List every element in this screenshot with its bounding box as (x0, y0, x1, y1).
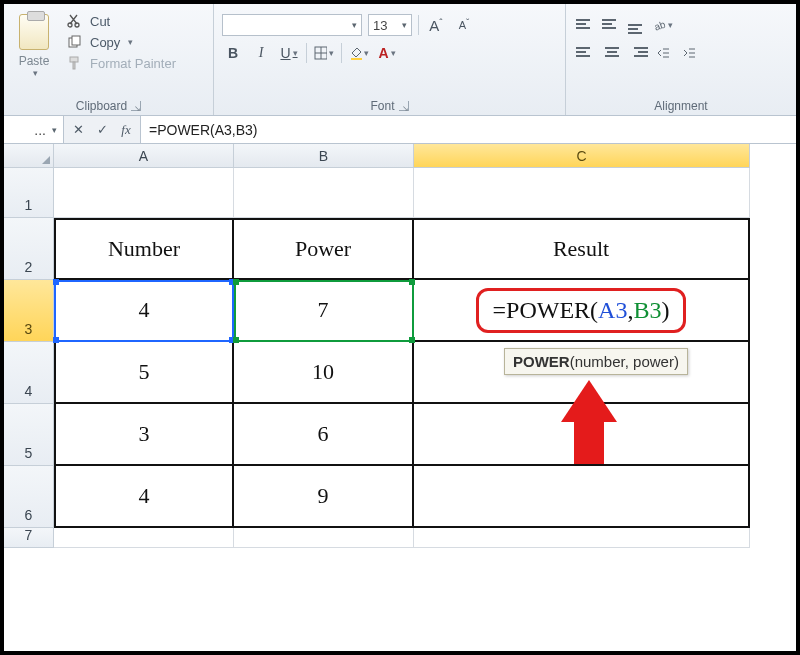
row-header-2[interactable]: 2 (4, 218, 54, 280)
font-color-button[interactable]: A ▾ (376, 42, 398, 64)
column-header-C[interactable]: C (414, 144, 750, 168)
cell-B3[interactable]: 7 (234, 280, 414, 342)
font-color-icon: A (378, 45, 388, 61)
grow-font-button[interactable]: Aˆ (425, 14, 447, 36)
format-painter-button[interactable]: Format Painter (62, 54, 180, 72)
cancel-formula-button[interactable]: ✕ (70, 122, 86, 138)
chevron-down-icon: ▾ (668, 20, 673, 30)
cell-B6[interactable]: 9 (234, 466, 414, 528)
row-3: 3 4 7 =POWER(A3,B3) (4, 280, 796, 342)
ribbon-group-alignment: ab ▾ Alignment (566, 4, 796, 115)
cell-B2[interactable]: Power (234, 218, 414, 280)
row-header-7[interactable]: 7 (4, 528, 54, 548)
cell-B1[interactable] (234, 168, 414, 218)
align-left-button[interactable] (574, 42, 596, 62)
cell-C1[interactable] (414, 168, 750, 218)
divider (418, 15, 419, 35)
ribbon-group-font: ▾ 13 ▾ Aˆ Aˇ B I U▾ (214, 4, 566, 115)
cell-A1[interactable] (54, 168, 234, 218)
formula-ref1: A3 (598, 297, 627, 323)
check-icon: ✓ (97, 122, 108, 137)
cell-B7[interactable] (234, 528, 414, 548)
underline-button[interactable]: U▾ (278, 42, 300, 64)
underline-label: U (280, 45, 290, 61)
formula-suffix: ) (661, 297, 669, 323)
name-box[interactable]: ... ▾ (4, 116, 64, 143)
arrow-head-icon (561, 380, 617, 422)
dialog-launcher-icon[interactable] (399, 101, 409, 111)
decrease-indent-button[interactable] (652, 42, 674, 64)
chevron-down-icon: ▾ (352, 20, 357, 30)
row-header-5[interactable]: 5 (4, 404, 54, 466)
select-all-corner[interactable] (4, 144, 54, 168)
cell-B4[interactable]: 10 (234, 342, 414, 404)
cell-A5[interactable]: 3 (54, 404, 234, 466)
italic-button[interactable]: I (250, 42, 272, 64)
cell-A2[interactable]: Number (54, 218, 234, 280)
arrow-stem (574, 420, 604, 464)
bold-button[interactable]: B (222, 42, 244, 64)
fill-color-button[interactable]: ▾ (348, 42, 370, 64)
spreadsheet-grid[interactable]: A B C 1 2 Number Power Result 3 4 7 =POW… (4, 144, 796, 651)
shrink-font-icon: A (459, 19, 466, 31)
formula-bar: ... ▾ ✕ ✓ fx =POWER(A3,B3) (4, 116, 796, 144)
increase-indent-button[interactable] (678, 42, 700, 64)
cell-C3[interactable]: =POWER(A3,B3) (414, 280, 750, 342)
cell-C2[interactable]: Result (414, 218, 750, 280)
align-middle-button[interactable] (600, 14, 622, 34)
align-right-button[interactable] (626, 42, 648, 62)
paste-button[interactable]: Paste ▾ (12, 8, 56, 97)
shrink-font-button[interactable]: Aˇ (453, 14, 475, 36)
align-center-button[interactable] (600, 42, 622, 62)
enter-formula-button[interactable]: ✓ (94, 122, 110, 138)
formula-text: =POWER(A3,B3) (149, 122, 258, 138)
row-header-3[interactable]: 3 (4, 280, 54, 342)
cell-A7[interactable] (54, 528, 234, 548)
row-header-4[interactable]: 4 (4, 342, 54, 404)
cell-B5[interactable]: 6 (234, 404, 414, 466)
borders-icon (314, 46, 327, 60)
down-caret-icon: ˇ (466, 18, 469, 29)
copy-button[interactable]: Copy ▾ (62, 33, 180, 51)
chevron-down-icon: ▾ (402, 20, 407, 30)
dialog-launcher-icon[interactable] (131, 101, 141, 111)
cell-C6[interactable] (414, 466, 750, 528)
cell-formula-display: =POWER(A3,B3) (476, 288, 687, 333)
svg-rect-4 (70, 57, 78, 62)
column-header-B[interactable]: B (234, 144, 414, 168)
group-label-font: Font (370, 99, 394, 113)
ribbon-group-clipboard: Paste ▾ Cut Copy ▾ (4, 4, 214, 115)
chevron-down-icon: ▾ (391, 48, 396, 58)
svg-text:ab: ab (653, 18, 666, 32)
x-icon: ✕ (73, 122, 84, 137)
cell-A3[interactable]: 4 (54, 280, 234, 342)
row-header-1[interactable]: 1 (4, 168, 54, 218)
group-label-alignment: Alignment (654, 99, 707, 113)
align-bottom-button[interactable] (626, 14, 648, 34)
insert-function-button[interactable]: fx (118, 122, 134, 138)
orientation-icon: ab (653, 18, 666, 32)
font-name-combo[interactable]: ▾ (222, 14, 362, 36)
align-top-button[interactable] (574, 14, 596, 34)
font-size-combo[interactable]: 13 ▾ (368, 14, 412, 36)
scissors-icon (66, 13, 84, 29)
chevron-down-icon: ▾ (128, 37, 133, 47)
copy-icon (66, 34, 84, 50)
cell-A4[interactable]: 5 (54, 342, 234, 404)
copy-label: Copy (90, 35, 120, 50)
svg-rect-5 (73, 62, 75, 69)
orientation-button[interactable]: ab ▾ (652, 14, 674, 36)
row-6: 6 4 9 (4, 466, 796, 528)
svg-rect-9 (351, 58, 362, 60)
cell-C7[interactable] (414, 528, 750, 548)
chevron-down-icon: ▾ (364, 48, 369, 58)
column-header-A[interactable]: A (54, 144, 234, 168)
row-header-6[interactable]: 6 (4, 466, 54, 528)
svg-point-1 (75, 23, 79, 27)
cut-button[interactable]: Cut (62, 12, 180, 30)
formula-input[interactable]: =POWER(A3,B3) (141, 116, 796, 143)
row-1: 1 (4, 168, 796, 218)
chevron-down-icon: ▾ (329, 48, 334, 58)
cell-A6[interactable]: 4 (54, 466, 234, 528)
borders-button[interactable]: ▾ (313, 42, 335, 64)
